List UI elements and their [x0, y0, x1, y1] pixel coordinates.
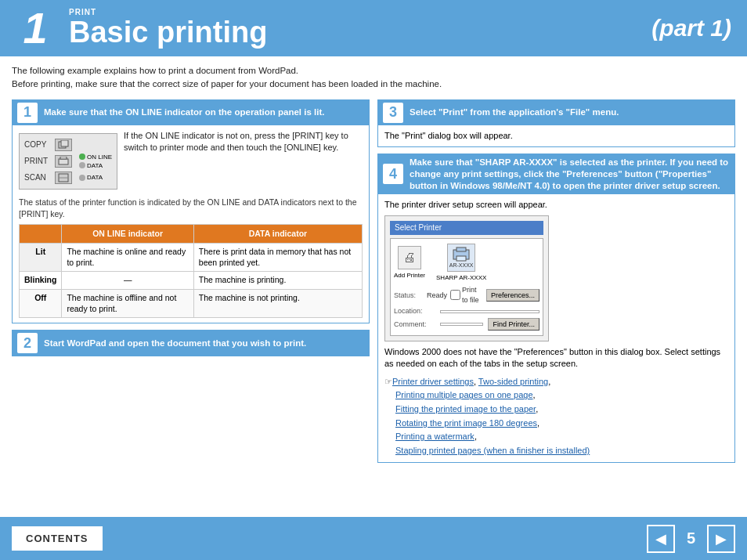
- step1-header: 1 Make sure that the ON LINE indicator o…: [13, 100, 369, 125]
- svg-rect-3: [60, 157, 67, 159]
- data-label: DATA: [87, 161, 103, 170]
- link-two-sided[interactable]: Two-sided printing: [478, 377, 548, 386]
- svg-rect-8: [456, 256, 466, 261]
- page-header: 1 PRINT Basic printing (part 1): [0, 0, 747, 56]
- location-row: Location:: [394, 306, 540, 316]
- svg-rect-1: [61, 140, 68, 146]
- print-icon: [55, 155, 72, 168]
- chapter-number-box: 1: [8, 0, 63, 56]
- add-printer-section: 🖨 Add Printer: [394, 246, 425, 280]
- find-printer-button[interactable]: Find Printer...: [488, 318, 540, 331]
- printer-panel-illustration: COPY PRINT: [19, 130, 117, 193]
- contents-button[interactable]: CONTENTS: [12, 526, 103, 551]
- page-number: 5: [687, 529, 695, 547]
- step4-box: 4 Make sure that "SHARP AR-XXXX" is sele…: [377, 154, 735, 464]
- intro-line1: The following example explains how to pr…: [12, 66, 298, 75]
- location-value: [440, 310, 540, 313]
- sharp-model-label: AR-XXXX: [449, 262, 474, 269]
- footer-navigation: ◀ 5 ▶: [647, 525, 735, 553]
- header-part: (part 1): [651, 15, 731, 42]
- location-label: Location:: [394, 306, 437, 316]
- table-online-header: ON LINE indicator: [62, 225, 193, 244]
- online-dot: [79, 154, 85, 160]
- step3-number: 3: [383, 103, 403, 123]
- link-watermark[interactable]: Printing a watermark: [395, 432, 475, 441]
- page-footer: CONTENTS ◀ 5 ▶: [0, 517, 747, 560]
- add-printer-label: Add Printer: [394, 271, 425, 280]
- online-indicator-row: ON LINE: [78, 153, 112, 161]
- intro-line2: Before printing, make sure that the corr…: [12, 79, 442, 89]
- step2-box: 2 Start WordPad and open the document th…: [12, 330, 370, 356]
- step2-title: Start WordPad and open the document that…: [44, 338, 306, 349]
- dialog-fields: Status: Ready Print to file Preferences.…: [394, 285, 540, 331]
- prev-arrow[interactable]: ◀: [647, 525, 675, 553]
- step1-title: Make sure that the ON LINE indicator on …: [44, 107, 324, 118]
- link-printer-driver[interactable]: Printer driver settings: [392, 377, 474, 386]
- step4-number: 4: [383, 164, 403, 184]
- sharp-label: SHARP AR-XXXX: [436, 273, 486, 282]
- panel-print-label: PRINT: [24, 156, 52, 167]
- right-column: 3 Select "Print" from the application's …: [377, 99, 735, 470]
- header-text: PRINT Basic printing: [69, 8, 267, 49]
- chapter-number: 1: [23, 6, 47, 50]
- main-content: The following example explains how to pr…: [0, 56, 747, 469]
- step4-title: Make sure that "SHARP AR-XXXX" is select…: [410, 157, 730, 192]
- dialog-title-bar: Select Printer: [390, 221, 543, 235]
- dialog-body: 🖨 Add Printer AR-XXXX SHARP AR-XXXX: [390, 238, 543, 336]
- scan-data-row: DATA: [78, 173, 103, 182]
- copy-icon: [55, 139, 72, 151]
- scan-data-label: DATA: [87, 173, 103, 182]
- next-arrow[interactable]: ▶: [707, 525, 735, 553]
- left-column: 1 Make sure that the ON LINE indicator o…: [12, 99, 370, 470]
- step1-inner: COPY PRINT: [19, 130, 363, 193]
- step3-header: 3 Select "Print" from the application's …: [378, 100, 734, 125]
- step1-number: 1: [17, 103, 38, 123]
- step4-header: 4 Make sure that "SHARP AR-XXXX" is sele…: [378, 154, 734, 194]
- row-blinking-online: —: [62, 272, 193, 290]
- table-row: Lit The machine is online and ready to p…: [20, 243, 363, 271]
- link-multiple-pages[interactable]: Printing multiple pages on one page: [395, 390, 533, 399]
- link-fitting[interactable]: Fitting the printed image to the paper: [395, 404, 536, 414]
- print-to-file-checkbox[interactable]: [450, 290, 460, 300]
- dialog-icons-row: 🖨 Add Printer AR-XXXX SHARP AR-XXXX: [394, 244, 540, 282]
- online-data-indicators: ON LINE DATA: [78, 153, 112, 170]
- step2-header: 2 Start WordPad and open the document th…: [13, 331, 369, 356]
- data-indicator-row: DATA: [78, 161, 103, 170]
- print-dialog-screenshot: Select Printer 🖨 Add Printer: [384, 215, 549, 341]
- step3-subtitle: The "Print" dialog box will appear.: [384, 131, 513, 140]
- print-to-file-label: Print to file: [462, 285, 482, 305]
- indicator-table: ON LINE indicator DATA indicator Lit The…: [19, 224, 363, 318]
- panel-copy-label: COPY: [24, 139, 52, 150]
- link-rotating[interactable]: Rotating the print image 180 degrees: [395, 418, 537, 428]
- online-label: ON LINE: [87, 153, 112, 161]
- step1-box: 1 Make sure that the ON LINE indicator o…: [12, 99, 370, 324]
- step1-content: COPY PRINT: [13, 125, 369, 323]
- panel-copy-row: COPY: [24, 139, 112, 151]
- row-lit-label: Lit: [20, 243, 62, 271]
- svg-rect-7: [456, 247, 466, 251]
- header-print-label: PRINT: [69, 8, 267, 16]
- comment-value: [440, 323, 483, 326]
- table-data-header: DATA indicator: [193, 225, 362, 244]
- file-pref-group: Print to file: [450, 285, 482, 305]
- printer-panel: COPY PRINT: [19, 133, 117, 190]
- status-value: Ready: [427, 291, 447, 301]
- table-empty-header: [20, 225, 62, 244]
- link-stapling[interactable]: Stapling printed pages (when a finisher …: [395, 446, 590, 455]
- status-label: Status:: [394, 291, 424, 301]
- panel-scan-row: SCAN DATA: [24, 172, 112, 184]
- links-section: ☞Printer driver settings, Two-sided prin…: [384, 375, 728, 458]
- comment-row: Comment: Find Printer...: [394, 318, 540, 331]
- step1-status-text: The status of the printer function is in…: [19, 197, 363, 219]
- windows-note: Windows 2000 does not have the "Preferen…: [384, 346, 728, 370]
- status-row: Status: Ready Print to file Preferences.…: [394, 285, 540, 305]
- row-off-data: The machine is not printing.: [193, 289, 362, 317]
- panel-print-row: PRINT ON LINE: [24, 153, 112, 170]
- preferences-button[interactable]: Preferences...: [486, 289, 540, 302]
- cursor-icon: ☞: [384, 377, 392, 386]
- scan-data-dot: [79, 175, 85, 181]
- table-row: Off The machine is offline and not ready…: [20, 289, 363, 317]
- comment-label: Comment:: [394, 320, 437, 330]
- step3-title: Select "Print" from the application's "F…: [410, 107, 619, 118]
- intro-text: The following example explains how to pr…: [12, 64, 735, 92]
